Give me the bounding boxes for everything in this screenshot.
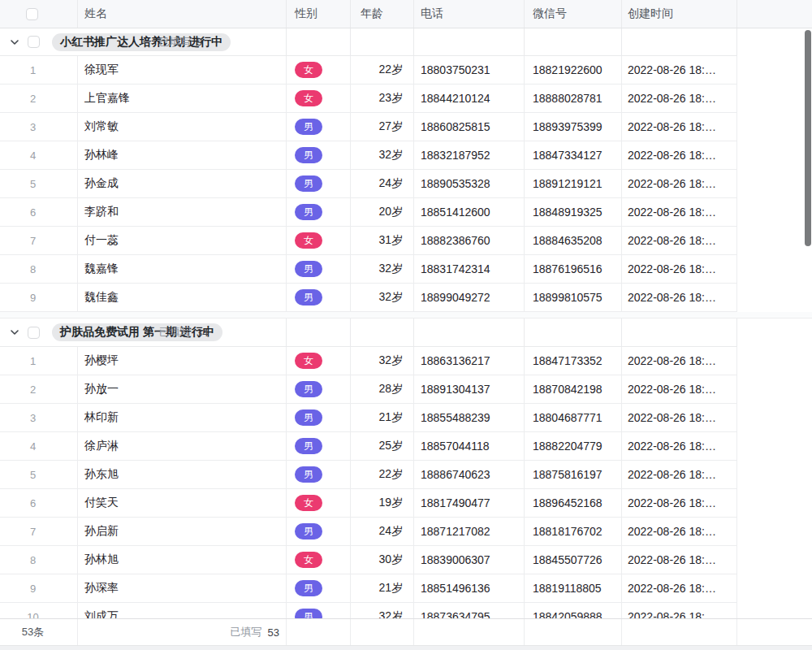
cell-phone[interactable]: 18855488239 [414, 404, 525, 431]
table-row[interactable]: 5 孙金成 男 24岁 18890535328 18891219121 2022… [0, 170, 737, 198]
cell-gender[interactable]: 男 [287, 574, 351, 602]
cell-age[interactable]: 28岁 [351, 375, 414, 403]
cell-name[interactable]: 林印新 [78, 404, 287, 431]
select-all-checkbox[interactable] [26, 8, 38, 20]
cell-phone[interactable]: 18886740623 [414, 461, 525, 488]
cell-name[interactable]: 孙琛率 [78, 574, 287, 602]
cell-wechat[interactable]: 18899810575 [525, 284, 622, 311]
cell-age[interactable]: 31岁 [351, 227, 414, 254]
table-row[interactable]: 5 孙东旭 男 22岁 18886740623 18875816197 2022… [0, 461, 737, 489]
group-checkbox[interactable] [28, 327, 40, 339]
cell-phone[interactable]: 18832187952 [414, 141, 525, 169]
cell-wechat[interactable]: 18888028781 [525, 84, 622, 112]
cell-age[interactable]: 27岁 [351, 113, 414, 141]
table-row[interactable]: 7 付一蕊 女 31岁 18882386760 18884635208 2022… [0, 227, 737, 255]
cell-name[interactable]: 付一蕊 [78, 227, 287, 254]
cell-phone[interactable]: 18803750231 [414, 56, 525, 84]
cell-name[interactable]: 徐庐淋 [78, 432, 287, 460]
cell-wechat[interactable]: 18876196516 [525, 255, 622, 283]
table-row[interactable]: 6 李跻和 男 20岁 18851412600 18848919325 2022… [0, 198, 737, 227]
table-row[interactable]: 8 孙林旭 女 30岁 18839006307 18845507726 2022… [0, 546, 737, 574]
cell-wechat[interactable]: 18882204779 [525, 432, 622, 460]
cell-age[interactable]: 32岁 [351, 255, 414, 283]
cell-wechat[interactable]: 18818176702 [525, 518, 622, 545]
column-header-created[interactable]: 创建时间 [622, 0, 737, 28]
cell-gender[interactable]: 女 [287, 546, 351, 574]
cell-age[interactable]: 22岁 [351, 56, 414, 84]
cell-phone[interactable]: 18863136217 [414, 347, 525, 375]
chevron-down-icon[interactable] [10, 37, 19, 47]
column-header-age[interactable]: 年龄 [351, 0, 414, 28]
cell-wechat[interactable]: 18847334127 [525, 141, 622, 169]
cell-wechat[interactable]: 18896452168 [525, 489, 622, 517]
cell-phone[interactable]: 18851412600 [414, 198, 525, 226]
cell-wechat[interactable]: 18847173352 [525, 347, 622, 375]
cell-created[interactable]: 2022-08-26 18:… [622, 141, 737, 169]
column-header-gender[interactable]: 性别 [287, 0, 351, 28]
cell-created[interactable]: 2022-08-26 18:… [622, 489, 737, 517]
table-row[interactable]: 3 林印新 男 21岁 18855488239 18804687771 2022… [0, 404, 737, 432]
cell-created[interactable]: 2022-08-26 18:… [622, 170, 737, 197]
cell-wechat[interactable]: 18821922600 [525, 56, 622, 84]
cell-created[interactable]: 2022-08-26 18:… [622, 113, 737, 141]
cell-age[interactable]: 24岁 [351, 170, 414, 197]
cell-name[interactable]: 孙放一 [78, 375, 287, 403]
cell-phone[interactable]: 18871217082 [414, 518, 525, 545]
cell-wechat[interactable]: 18891219121 [525, 170, 622, 197]
cell-created[interactable]: 2022-08-26 18:… [622, 84, 737, 112]
cell-phone[interactable]: 18844210124 [414, 84, 525, 112]
cell-phone[interactable]: 18817490477 [414, 489, 525, 517]
cell-phone[interactable]: 18890535328 [414, 170, 525, 197]
cell-name[interactable]: 李跻和 [78, 198, 287, 226]
cell-created[interactable]: 2022-08-26 18:… [622, 574, 737, 602]
cell-created[interactable]: 2022-08-26 18:… [622, 404, 737, 431]
cell-name[interactable]: 上官嘉锋 [78, 84, 287, 112]
table-row[interactable]: 9 魏佳鑫 男 32岁 18899049272 18899810575 2022… [0, 284, 737, 312]
cell-created[interactable]: 2022-08-26 18:… [622, 461, 737, 488]
table-row[interactable]: 4 孙林峰 男 32岁 18832187952 18847334127 2022… [0, 141, 737, 170]
cell-name[interactable]: 魏佳鑫 [78, 284, 287, 311]
cell-age[interactable]: 21岁 [351, 404, 414, 431]
cell-age[interactable]: 20岁 [351, 198, 414, 226]
cell-gender[interactable]: 女 [287, 56, 351, 84]
cell-age[interactable]: 25岁 [351, 432, 414, 460]
table-row[interactable]: 1 孙樱坪 女 32岁 18863136217 18847173352 2022… [0, 347, 737, 375]
cell-gender[interactable]: 男 [287, 518, 351, 545]
cell-name[interactable]: 刘常敏 [78, 113, 287, 141]
cell-created[interactable]: 2022-08-26 18:… [622, 56, 737, 84]
table-row[interactable]: 6 付笑天 女 19岁 18817490477 18896452168 2022… [0, 489, 737, 518]
cell-gender[interactable]: 男 [287, 375, 351, 403]
cell-gender[interactable]: 男 [287, 461, 351, 488]
cell-phone[interactable]: 18839006307 [414, 546, 525, 574]
cell-gender[interactable]: 男 [287, 255, 351, 283]
cell-name[interactable]: 孙金成 [78, 170, 287, 197]
cell-wechat[interactable]: 18819118805 [525, 574, 622, 602]
cell-created[interactable]: 2022-08-26 18:… [622, 347, 737, 375]
group-checkbox[interactable] [28, 36, 40, 48]
cell-wechat[interactable]: 18845507726 [525, 546, 622, 574]
cell-phone[interactable]: 18899049272 [414, 284, 525, 311]
cell-age[interactable]: 30岁 [351, 546, 414, 574]
cell-age[interactable]: 21岁 [351, 574, 414, 602]
cell-age[interactable]: 24岁 [351, 518, 414, 545]
column-header-name[interactable]: 姓名 [78, 0, 287, 28]
cell-gender[interactable]: 女 [287, 227, 351, 254]
cell-created[interactable]: 2022-08-26 18:… [622, 375, 737, 403]
cell-name[interactable]: 孙林旭 [78, 546, 287, 574]
cell-phone[interactable]: 18857044118 [414, 432, 525, 460]
cell-wechat[interactable]: 18893975399 [525, 113, 622, 141]
cell-created[interactable]: 2022-08-26 18:… [622, 227, 737, 254]
cell-age[interactable]: 22岁 [351, 461, 414, 488]
cell-phone[interactable]: 18831742314 [414, 255, 525, 283]
column-header-wechat[interactable]: 微信号 [525, 0, 622, 28]
cell-gender[interactable]: 女 [287, 84, 351, 112]
cell-wechat[interactable]: 18884635208 [525, 227, 622, 254]
cell-created[interactable]: 2022-08-26 18:… [622, 255, 737, 283]
table-row[interactable]: 2 上官嘉锋 女 23岁 18844210124 18888028781 202… [0, 84, 737, 113]
cell-name[interactable]: 孙启新 [78, 518, 287, 545]
cell-age[interactable]: 32岁 [351, 141, 414, 169]
chevron-down-icon[interactable] [10, 327, 19, 337]
cell-name[interactable]: 魏嘉锋 [78, 255, 287, 283]
cell-age[interactable]: 19岁 [351, 489, 414, 517]
cell-name[interactable]: 孙东旭 [78, 461, 287, 488]
